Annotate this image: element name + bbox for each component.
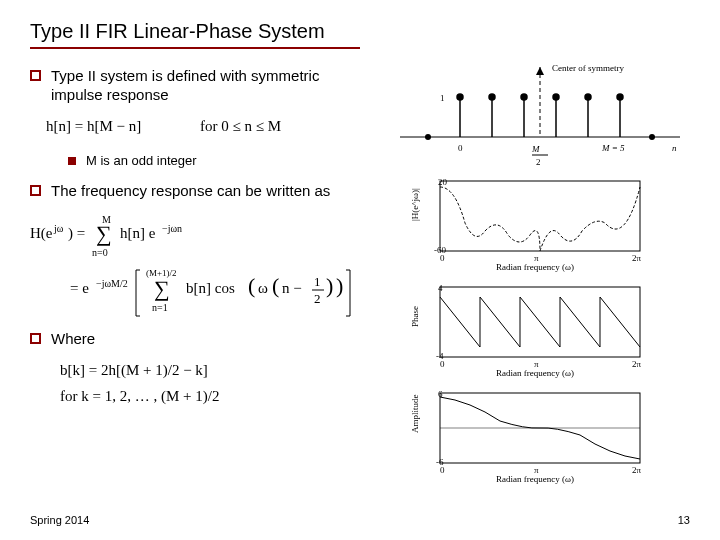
chart-magnitude: |H(e^jω)| 20 -60 0 π 2π Radian frequency… — [410, 173, 660, 273]
svg-text:0: 0 — [440, 359, 445, 369]
bullet-3-text: Where — [51, 330, 95, 349]
svg-text:2: 2 — [314, 291, 321, 306]
bullet-box-icon — [30, 70, 41, 81]
svg-text:) =: ) = — [68, 225, 85, 242]
svg-text:0: 0 — [440, 465, 445, 475]
formula-freq-response: H(e jω ) = M ∑ n=0 h[n] e −jωn = e −jωM/… — [30, 208, 372, 328]
bullet-1-sub-text: M is an odd integer — [86, 153, 197, 168]
svg-text:4: 4 — [438, 283, 443, 293]
bullet-3: Where — [30, 330, 372, 349]
svg-text:Amplitude: Amplitude — [410, 394, 420, 433]
svg-point-29 — [457, 94, 463, 100]
bullet-1-sub: M is an odd integer — [68, 153, 372, 168]
svg-text:): ) — [326, 273, 333, 298]
svg-text:= e: = e — [70, 280, 89, 296]
svg-text:2π: 2π — [632, 253, 642, 263]
bullet-box-icon — [30, 185, 41, 196]
svg-point-33 — [521, 94, 527, 100]
svg-text:(: ( — [272, 273, 279, 298]
svg-text:jω: jω — [53, 223, 64, 234]
svg-text:∑: ∑ — [96, 221, 112, 246]
svg-text:(b): (b) — [532, 377, 543, 379]
svg-text:20: 20 — [438, 177, 448, 187]
svg-text:): ) — [336, 273, 343, 298]
right-column: Center of symmetry 1 0 M 2 M = — [390, 67, 690, 485]
svg-text:(c): (c) — [532, 483, 542, 485]
title-underline — [30, 47, 360, 49]
svg-marker-27 — [536, 67, 544, 75]
svg-text:n=0: n=0 — [92, 247, 108, 258]
svg-text:H(e: H(e — [30, 225, 53, 242]
bullet-box-icon — [30, 333, 41, 344]
svg-text:(: ( — [248, 273, 255, 298]
svg-point-37 — [585, 94, 591, 100]
svg-text:Phase: Phase — [410, 306, 420, 327]
svg-text:2π: 2π — [632, 359, 642, 369]
svg-text:b[n] cos: b[n] cos — [186, 280, 235, 296]
svg-text:2: 2 — [536, 157, 541, 167]
impulse-xn: n — [672, 143, 677, 153]
bullet-2: The frequency response can be written as — [30, 182, 372, 201]
slide: Type II FIR Linear-Phase System Type II … — [0, 0, 720, 540]
svg-rect-45 — [440, 181, 640, 251]
svg-text:−jωn: −jωn — [162, 223, 182, 234]
bullet-2-text: The frequency response can be written as — [51, 182, 330, 201]
impulse-response-diagram: Center of symmetry 1 0 M 2 M = — [390, 57, 690, 167]
svg-text:n −: n − — [282, 280, 302, 296]
svg-point-40 — [425, 134, 431, 140]
chart-amplitude: Amplitude 6 -6 0 π 2π Radian frequency (… — [410, 385, 660, 485]
svg-text:∑: ∑ — [154, 276, 170, 301]
bullet-square-icon — [68, 157, 76, 165]
svg-point-31 — [489, 94, 495, 100]
svg-text:0: 0 — [440, 253, 445, 263]
footer-text: Spring 2014 — [30, 514, 89, 526]
svg-text:(a): (a) — [532, 271, 542, 273]
svg-text:|H(e^jω)|: |H(e^jω)| — [410, 188, 420, 221]
svg-point-39 — [617, 94, 623, 100]
impulse-x0: 0 — [458, 143, 463, 153]
svg-text:M: M — [531, 144, 540, 154]
left-column: Type II system is defined with symmetric… — [30, 67, 372, 485]
page-number: 13 — [678, 514, 690, 526]
content-row: Type II system is defined with symmetric… — [30, 67, 690, 485]
svg-text:1: 1 — [314, 274, 321, 289]
svg-point-41 — [649, 134, 655, 140]
formula-symmetry: h[n] = h[M − n] for 0 ≤ n ≤ M — [30, 113, 372, 143]
sym-label: Center of symmetry — [552, 63, 624, 73]
formula-text: h[n] = h[M − n] — [46, 118, 141, 134]
formula-bk: b[k] = 2h[(M + 1)/2 − k] for k = 1, 2, …… — [30, 357, 372, 413]
svg-text:n=1: n=1 — [152, 302, 168, 313]
svg-text:−jωM/2: −jωM/2 — [96, 278, 128, 289]
slide-title: Type II FIR Linear-Phase System — [30, 20, 690, 43]
bullet-1: Type II system is defined with symmetric… — [30, 67, 372, 105]
svg-text:2π: 2π — [632, 465, 642, 475]
formula-text: for 0 ≤ n ≤ M — [200, 118, 281, 134]
svg-text:for k = 1, 2, … , (M + 1)/2: for k = 1, 2, … , (M + 1)/2 — [60, 388, 219, 405]
bullet-1-text: Type II system is defined with symmetric… — [51, 67, 372, 105]
svg-text:b[k] = 2h[(M + 1)/2 − k]: b[k] = 2h[(M + 1)/2 − k] — [60, 362, 208, 379]
svg-point-35 — [553, 94, 559, 100]
impulse-xm: M = 5 — [601, 143, 625, 153]
svg-text:6: 6 — [438, 389, 443, 399]
svg-text:h[n] e: h[n] e — [120, 225, 156, 241]
impulse-y1: 1 — [440, 93, 445, 103]
chart-phase: Phase 4 -4 0 π 2π Radian frequency (ω) (… — [410, 279, 660, 379]
svg-text:ω: ω — [258, 280, 268, 296]
